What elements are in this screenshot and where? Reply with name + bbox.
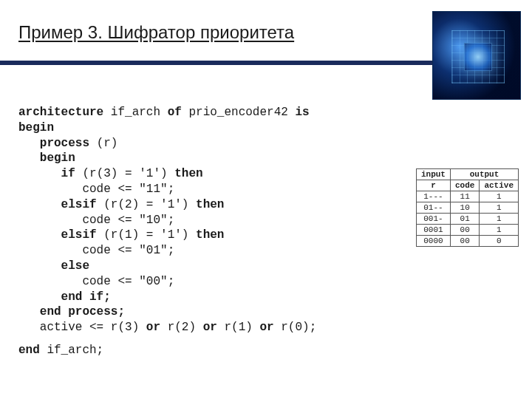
kw-elsif: elsif	[18, 198, 103, 211]
code-text: (r(1) = '1')	[103, 228, 196, 242]
cell-r: 001-	[416, 214, 450, 225]
kw-endprocess: end process;	[18, 305, 125, 318]
table-header-row: input output	[416, 169, 518, 180]
kw-if: if	[18, 167, 82, 180]
code-text: active <= r(3)	[18, 321, 146, 334]
th-input: input	[416, 169, 450, 180]
th-active: active	[480, 180, 519, 191]
table-row: 0001 00 1	[416, 225, 518, 236]
cell-active: 1	[480, 214, 519, 225]
cell-active: 1	[480, 191, 519, 202]
cell-active: 1	[480, 202, 519, 214]
kw-begin: begin	[18, 121, 54, 134]
code-text: code <= "11";	[18, 183, 174, 196]
th-output: output	[450, 169, 518, 180]
kw-or: or	[259, 321, 273, 334]
kw-of: of	[168, 106, 182, 119]
truth-table: input output r code active 1--- 11 1 01-…	[416, 168, 519, 247]
table-row: 01-- 10 1	[416, 202, 518, 214]
code-text: r(2)	[160, 321, 203, 334]
cell-code: 01	[450, 214, 479, 225]
kw-else: else	[18, 259, 89, 273]
kw-or: or	[146, 321, 160, 334]
table-row: 1--- 11 1	[416, 191, 518, 202]
table-subheader-row: r code active	[416, 180, 518, 191]
code-text: prio_encoder42	[182, 106, 296, 119]
table-row: 001- 01 1	[416, 214, 518, 225]
cell-r: 1---	[416, 191, 450, 202]
cell-r: 0001	[416, 225, 450, 236]
cell-code: 00	[450, 236, 479, 247]
code-text: code <= "10";	[18, 214, 174, 227]
th-r: r	[416, 180, 450, 191]
code-text: code <= "00";	[18, 275, 174, 288]
code-text: if_arch	[103, 106, 167, 119]
code-text: code <= "01";	[18, 244, 174, 257]
code-text: (r(3) = '1')	[82, 167, 174, 180]
kw-then: then	[196, 228, 224, 242]
code-text: r(0);	[274, 321, 317, 334]
cell-r: 0000	[416, 236, 450, 247]
kw-architecture: architecture	[18, 106, 103, 119]
cell-active: 0	[480, 236, 519, 247]
kw-process: process	[18, 137, 97, 150]
cell-r: 01--	[416, 202, 450, 214]
table-row: 0000 00 0	[416, 236, 518, 247]
code-text: if_arch;	[47, 344, 103, 357]
code-text: r(1)	[217, 321, 260, 334]
th-code: code	[450, 180, 479, 191]
header-rule	[0, 61, 432, 65]
kw-is: is	[295, 106, 309, 119]
cell-code: 10	[450, 202, 479, 214]
code-text: (r(2) = '1')	[103, 198, 196, 211]
code-text: (r)	[97, 137, 118, 150]
cell-code: 00	[450, 225, 479, 236]
kw-then: then	[174, 167, 202, 180]
kw-or: or	[203, 321, 217, 334]
kw-then: then	[196, 198, 224, 211]
cell-active: 1	[480, 225, 519, 236]
cell-code: 11	[450, 191, 479, 202]
kw-endif: end if;	[18, 290, 111, 304]
header-rule-wrap	[0, 55, 532, 77]
kw-elsif: elsif	[18, 228, 103, 242]
kw-end: end	[18, 344, 47, 357]
kw-begin: begin	[18, 151, 75, 165]
